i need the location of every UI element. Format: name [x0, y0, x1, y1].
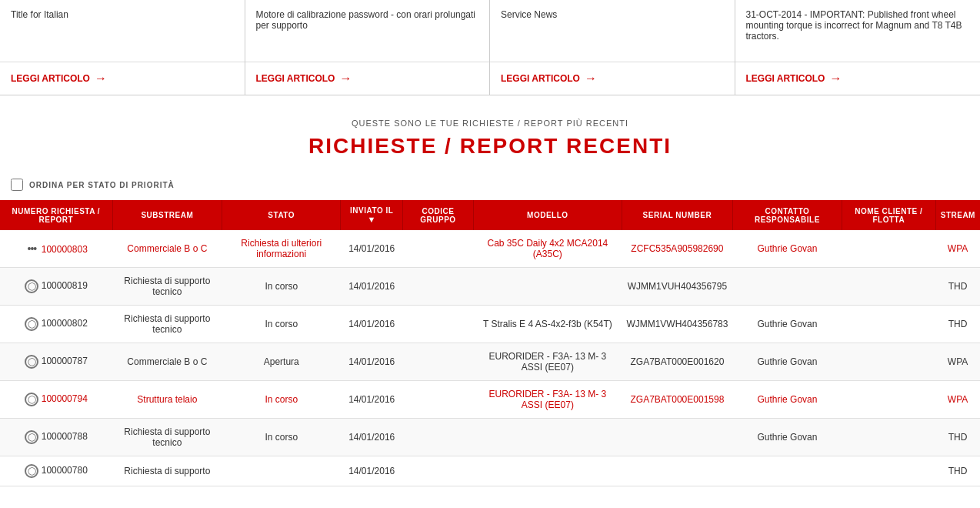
- cell-cliente: [842, 419, 935, 456]
- table-row[interactable]: ◯ 100000787 Commerciale B o C Apertura 1…: [0, 343, 980, 381]
- cell-id[interactable]: ◯ 100000787: [0, 343, 112, 381]
- cell-stato: In corso: [222, 268, 341, 306]
- row-icon-dots: •••: [25, 242, 38, 256]
- cell-serial: WJMM1VWH404356783: [622, 306, 732, 343]
- cell-cliente: [842, 456, 935, 486]
- news-title: Motore di calibrazione password - con or…: [256, 9, 475, 31]
- cell-substream: Richiesta di supporto tecnico: [112, 419, 222, 456]
- cell-id[interactable]: ◯ 100000788: [0, 419, 112, 456]
- cell-modello: [473, 456, 622, 486]
- cell-codice: [402, 230, 473, 268]
- cell-stream: THD: [935, 419, 980, 456]
- leggi-link[interactable]: LEGGI ARTICOLO →: [746, 72, 842, 85]
- cell-stato: Apertura: [222, 343, 341, 381]
- cell-serial: ZCFC535A905982690: [622, 230, 732, 268]
- subtitle: QUESTE SONO LE TUE RICHIESTE / REPORT PI…: [0, 119, 980, 128]
- table-row[interactable]: ◯ 100000794 Struttura telaio In corso 14…: [0, 381, 980, 419]
- news-content: Motore di calibrazione password - con or…: [245, 0, 490, 62]
- cell-cliente: [842, 381, 935, 419]
- cell-serial: [622, 456, 732, 486]
- cell-contatto: Guthrie Govan: [732, 230, 842, 268]
- news-footer[interactable]: LEGGI ARTICOLO →: [245, 62, 490, 95]
- arrow-icon: →: [339, 72, 352, 85]
- request-id: 100000794: [42, 393, 88, 404]
- news-title: Service News: [501, 9, 557, 20]
- cell-cliente: [842, 268, 935, 306]
- cell-contatto: [732, 268, 842, 306]
- request-id: 100000780: [42, 465, 88, 476]
- cell-substream: Commerciale B o C: [112, 230, 222, 268]
- cell-contatto: Guthrie Govan: [732, 306, 842, 343]
- cell-inviato: 14/01/2016: [341, 343, 403, 381]
- row-icon-circle: ◯: [25, 279, 38, 293]
- cell-modello: T Stralis E 4 AS-4x2-f3b (K54T): [473, 306, 622, 343]
- table-body: ••• 100000803 Commerciale B o C Richiest…: [0, 230, 980, 486]
- cell-id[interactable]: ••• 100000803: [0, 230, 112, 268]
- row-icon-circle: ◯: [25, 393, 38, 406]
- news-footer[interactable]: LEGGI ARTICOLO →: [0, 62, 245, 95]
- cell-modello: Cab 35C Daily 4x2 MCA2014 (A35C): [473, 230, 622, 268]
- request-id: 100000787: [42, 356, 88, 366]
- cell-inviato: 14/01/2016: [341, 419, 403, 456]
- leggi-link[interactable]: LEGGI ARTICOLO →: [501, 72, 597, 85]
- leggi-link[interactable]: LEGGI ARTICOLO →: [11, 72, 107, 85]
- cell-cliente: [842, 343, 935, 381]
- cell-codice: [402, 268, 473, 306]
- sort-label: ORDINA PER STATO DI PRIORITÀ: [29, 181, 175, 189]
- cell-stream: THD: [935, 456, 980, 486]
- row-icon-circle: ◯: [25, 355, 38, 369]
- news-card: Service News LEGGI ARTICOLO →: [490, 0, 735, 95]
- request-id: 100000788: [42, 431, 88, 442]
- cell-substream: Richiesta di supporto: [112, 456, 222, 486]
- request-id: 100000802: [42, 318, 88, 329]
- cell-inviato: 14/01/2016: [341, 306, 403, 343]
- sort-checkbox[interactable]: [11, 179, 23, 191]
- cell-codice: [402, 343, 473, 381]
- table-header-cell: NOME CLIENTE / FLOTTA: [842, 200, 935, 230]
- cell-cliente: [842, 306, 935, 343]
- cell-id[interactable]: ◯ 100000780: [0, 456, 112, 486]
- row-icon-circle: ◯: [25, 317, 38, 331]
- cell-serial: ZGA7BAT000E001598: [622, 381, 732, 419]
- cell-serial: [622, 419, 732, 456]
- cell-serial: ZGA7BAT000E001620: [622, 343, 732, 381]
- table-row[interactable]: ◯ 100000788 Richiesta di supporto tecnic…: [0, 419, 980, 456]
- table-row[interactable]: ◯ 100000819 Richiesta di supporto tecnic…: [0, 268, 980, 306]
- arrow-icon: →: [585, 72, 597, 85]
- cell-substream: Richiesta di supporto tecnico: [112, 268, 222, 306]
- news-card: Motore di calibrazione password - con or…: [245, 0, 491, 95]
- table-row[interactable]: ••• 100000803 Commerciale B o C Richiest…: [0, 230, 980, 268]
- cell-codice: [402, 456, 473, 486]
- table-row[interactable]: ◯ 100000802 Richiesta di supporto tecnic…: [0, 306, 980, 343]
- table-header-cell: STATO: [222, 200, 341, 230]
- arrow-icon: →: [829, 72, 842, 85]
- news-footer[interactable]: LEGGI ARTICOLO →: [490, 62, 735, 95]
- cell-contatto: Guthrie Govan: [732, 381, 842, 419]
- cell-inviato: 14/01/2016: [341, 268, 403, 306]
- table-header-cell: SUBSTREAM: [112, 200, 222, 230]
- cell-substream: Struttura telaio: [112, 381, 222, 419]
- table-header-cell: STREAM: [935, 200, 980, 230]
- cell-stream: WPA: [935, 381, 980, 419]
- news-footer[interactable]: LEGGI ARTICOLO →: [735, 62, 981, 95]
- cell-id[interactable]: ◯ 100000802: [0, 306, 112, 343]
- cell-modello: [473, 419, 622, 456]
- news-content: Service News: [490, 0, 735, 62]
- cell-id[interactable]: ◯ 100000819: [0, 268, 112, 306]
- cell-stato: In corso: [222, 306, 341, 343]
- cell-modello: [473, 268, 622, 306]
- cell-contatto: Guthrie Govan: [732, 419, 842, 456]
- cell-cliente: [842, 230, 935, 268]
- arrow-icon: →: [95, 72, 107, 85]
- leggi-link[interactable]: LEGGI ARTICOLO →: [256, 72, 352, 85]
- news-content: Title for Italian: [0, 0, 245, 62]
- table-row[interactable]: ◯ 100000780 Richiesta di supporto 14/01/…: [0, 456, 980, 486]
- data-table: NUMERO RICHIESTA / REPORTSUBSTREAMSTATOI…: [0, 200, 980, 486]
- cell-codice: [402, 419, 473, 456]
- cell-stato: Richiesta di ulteriori informazioni: [222, 230, 341, 268]
- cell-id[interactable]: ◯ 100000794: [0, 381, 112, 419]
- cell-inviato: 14/01/2016: [341, 381, 403, 419]
- cell-stato: In corso: [222, 419, 341, 456]
- main-title: RICHIESTE / REPORT RECENTI: [0, 134, 980, 159]
- cell-inviato: 14/01/2016: [341, 230, 403, 268]
